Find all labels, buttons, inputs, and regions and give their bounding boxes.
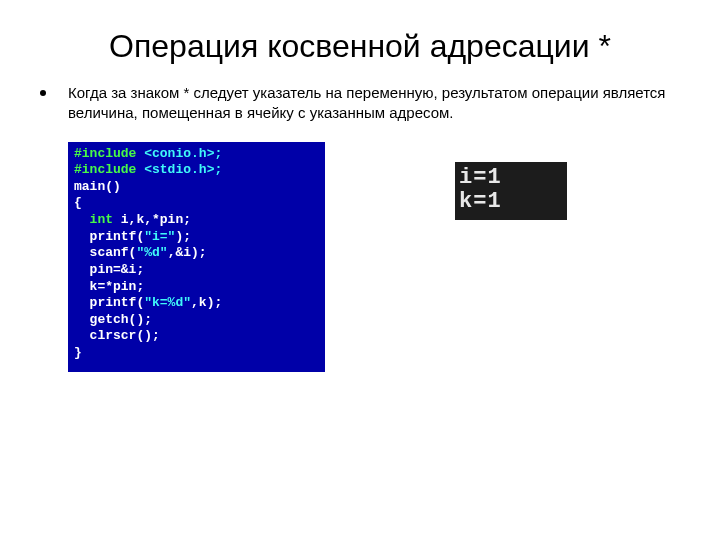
code-token: printf( xyxy=(74,295,144,310)
code-token: { xyxy=(74,195,82,210)
output-line: i=1 xyxy=(459,165,502,190)
code-token: pin=&i; xyxy=(74,262,144,277)
content-row: #include <conio.h>; #include <stdio.h>; … xyxy=(68,142,680,372)
code-token: printf( xyxy=(74,229,144,244)
code-token: <stdio.h>; xyxy=(144,162,222,177)
code-token: clrscr(); xyxy=(74,328,160,343)
output-box: i=1 k=1 xyxy=(455,162,567,220)
code-token: <conio.h>; xyxy=(144,146,222,161)
code-token: k=*pin; xyxy=(74,279,144,294)
code-token: "i=" xyxy=(144,229,175,244)
code-token: ,&i); xyxy=(168,245,207,260)
code-token: scanf( xyxy=(74,245,136,260)
output-line: k=1 xyxy=(459,189,502,214)
bullet-text: Когда за знаком * следует указатель на п… xyxy=(68,83,680,124)
code-token: } xyxy=(74,345,82,360)
code-token: "k=%d" xyxy=(144,295,191,310)
slide-title: Операция косвенной адресации * xyxy=(40,28,680,65)
code-token: "%d" xyxy=(136,245,167,260)
bullet-icon xyxy=(40,90,46,96)
code-token: #include xyxy=(74,162,144,177)
code-token: getch(); xyxy=(74,312,152,327)
code-token: #include xyxy=(74,146,144,161)
code-token: ); xyxy=(175,229,191,244)
slide: Операция косвенной адресации * Когда за … xyxy=(0,0,720,540)
code-token: i,k,*pin; xyxy=(121,212,191,227)
code-token: ,k); xyxy=(191,295,222,310)
code-token: int xyxy=(74,212,121,227)
code-box: #include <conio.h>; #include <stdio.h>; … xyxy=(68,142,325,372)
code-token: main() xyxy=(74,179,121,194)
bullet-row: Когда за знаком * следует указатель на п… xyxy=(40,83,680,124)
